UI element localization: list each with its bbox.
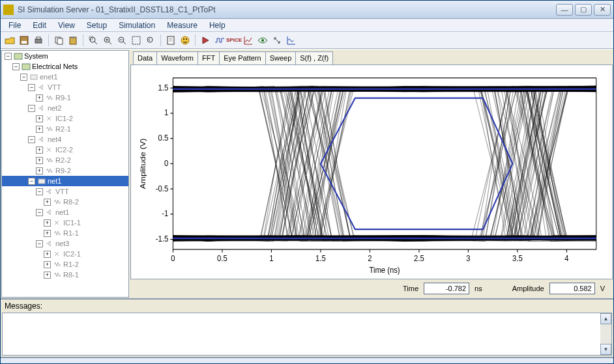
tree-item[interactable]: −net2 bbox=[2, 103, 128, 113]
tree-item[interactable]: +R1-2 bbox=[2, 259, 128, 270]
collapse-icon[interactable]: − bbox=[28, 136, 35, 143]
menu-simulation[interactable]: Simulation bbox=[113, 20, 160, 31]
expand-icon[interactable]: + bbox=[36, 147, 43, 154]
scroll-down-icon[interactable]: ▼ bbox=[600, 344, 611, 355]
svg-text:1: 1 bbox=[164, 108, 169, 118]
expand-icon[interactable]: + bbox=[44, 219, 51, 227]
pulse-icon[interactable] bbox=[213, 34, 226, 47]
wave-icon[interactable] bbox=[285, 34, 298, 47]
svg-point-25 bbox=[183, 38, 184, 40]
face-icon[interactable] bbox=[179, 34, 192, 47]
tree-item[interactable]: −net4 bbox=[2, 134, 128, 145]
expand-icon[interactable]: + bbox=[44, 251, 51, 258]
minimize-button[interactable]: — bbox=[556, 4, 573, 16]
menu-setup[interactable]: Setup bbox=[81, 20, 112, 31]
close-button[interactable]: ✕ bbox=[594, 4, 611, 16]
tree-item[interactable]: +R2-2 bbox=[2, 155, 128, 165]
tab-data[interactable]: Data bbox=[133, 51, 157, 64]
tree-item[interactable]: +R8-2 bbox=[2, 197, 128, 207]
tree-item[interactable]: −VTT bbox=[2, 186, 128, 197]
expand-icon[interactable]: + bbox=[36, 94, 43, 102]
collapse-icon[interactable]: − bbox=[20, 74, 27, 81]
tree-item-net1-selected[interactable]: −net1 bbox=[2, 176, 128, 186]
expand-icon[interactable]: + bbox=[44, 261, 51, 268]
tree-item[interactable]: +R1-1 bbox=[2, 228, 128, 238]
paste-icon[interactable] bbox=[66, 34, 80, 47]
zoom-out-icon[interactable] bbox=[115, 34, 128, 47]
expand-icon[interactable]: + bbox=[44, 199, 51, 206]
collapse-icon[interactable]: − bbox=[28, 84, 35, 91]
tree-item[interactable]: +R9-2 bbox=[2, 165, 128, 176]
page-icon[interactable] bbox=[164, 34, 177, 47]
svg-point-24 bbox=[181, 36, 189, 44]
messages-textarea[interactable]: ▲ ▼ bbox=[2, 313, 612, 356]
print-icon[interactable] bbox=[32, 34, 45, 47]
tab-sweep[interactable]: Sweep bbox=[266, 51, 297, 64]
tab-waveform[interactable]: Waveform bbox=[157, 51, 198, 64]
tree-item[interactable]: −net1 bbox=[2, 207, 128, 217]
tab-eye-pattern[interactable]: Eye Pattern bbox=[220, 51, 265, 64]
menu-edit[interactable]: Edit bbox=[27, 20, 51, 31]
scroll-up-icon[interactable]: ▲ bbox=[600, 313, 611, 324]
tab-sf-zf[interactable]: S(f) , Z(f) bbox=[296, 51, 333, 64]
run-icon[interactable] bbox=[199, 34, 212, 47]
svg-text:-1.5: -1.5 bbox=[156, 234, 169, 244]
tree-item[interactable]: +IC1-2 bbox=[2, 113, 128, 124]
tree-item-electrical-nets[interactable]: −Electrical Nets bbox=[2, 61, 128, 72]
expand-icon[interactable]: + bbox=[44, 230, 51, 237]
expand-icon[interactable]: + bbox=[36, 126, 43, 133]
expand-icon[interactable]: + bbox=[36, 157, 43, 164]
collapse-icon[interactable]: − bbox=[28, 178, 35, 185]
menu-help[interactable]: Help bbox=[204, 20, 231, 31]
collapse-icon[interactable]: − bbox=[5, 53, 12, 60]
menu-bar: File Edit View Setup Simulation Measure … bbox=[1, 19, 613, 32]
tree-item[interactable]: +IC1-1 bbox=[2, 217, 128, 228]
tree-item[interactable]: −VTT bbox=[2, 82, 128, 92]
zoom-in-icon[interactable] bbox=[101, 34, 114, 47]
expand-icon[interactable]: + bbox=[36, 167, 43, 175]
svg-rect-29 bbox=[22, 64, 30, 70]
tree-item[interactable]: +R8-1 bbox=[2, 270, 128, 280]
menu-view[interactable]: View bbox=[53, 20, 80, 31]
messages-header: Messages: bbox=[1, 300, 613, 313]
arrows-icon[interactable] bbox=[270, 34, 284, 47]
copy-icon[interactable] bbox=[52, 34, 65, 47]
collapse-icon[interactable]: − bbox=[36, 240, 43, 247]
spice-icon[interactable]: SPICE bbox=[227, 34, 241, 47]
collapse-icon[interactable]: − bbox=[36, 188, 43, 195]
svg-text:3: 3 bbox=[466, 253, 471, 263]
menu-measure[interactable]: Measure bbox=[162, 20, 203, 31]
tree-item[interactable]: −net3 bbox=[2, 238, 128, 249]
tree-item[interactable]: +IC2-1 bbox=[2, 249, 128, 259]
tree-item[interactable]: +R2-1 bbox=[2, 124, 128, 134]
open-icon[interactable] bbox=[3, 34, 16, 47]
chart-icon[interactable] bbox=[242, 34, 255, 47]
eye-diagram-plot[interactable]: 00.511.522.533.54-1.5-1-0.500.511.5Time … bbox=[136, 70, 604, 276]
amplitude-value-field[interactable] bbox=[549, 283, 595, 294]
collapse-icon[interactable]: − bbox=[28, 105, 35, 112]
svg-rect-3 bbox=[37, 37, 40, 39]
collapse-icon[interactable]: − bbox=[36, 209, 43, 216]
expand-icon[interactable]: + bbox=[36, 115, 43, 122]
menu-file[interactable]: File bbox=[3, 20, 26, 31]
tree-item[interactable]: +IC2-2 bbox=[2, 145, 128, 155]
expand-icon[interactable]: + bbox=[44, 272, 51, 279]
maximize-button[interactable]: ▢ bbox=[575, 4, 592, 16]
tab-fft[interactable]: FFT bbox=[198, 51, 220, 64]
toolbar-separator bbox=[83, 35, 83, 46]
tree-item[interactable]: +R9-1 bbox=[2, 92, 128, 103]
save-icon[interactable] bbox=[18, 34, 31, 47]
tree-panel[interactable]: −System −Electrical Nets −enet1 −VTT +R9… bbox=[1, 50, 129, 298]
eye-icon[interactable] bbox=[256, 34, 269, 47]
scrollbar-vertical[interactable]: ▲ ▼ bbox=[600, 313, 611, 355]
collapse-icon[interactable]: − bbox=[12, 63, 20, 70]
zoom-area-icon[interactable] bbox=[87, 34, 100, 47]
time-value-field[interactable] bbox=[424, 283, 469, 294]
zoom-fit-icon[interactable] bbox=[130, 34, 143, 47]
svg-rect-31 bbox=[38, 179, 45, 184]
zoom-prev-icon[interactable] bbox=[144, 34, 157, 47]
tree-item-system[interactable]: −System bbox=[2, 51, 128, 61]
svg-text:Time (ns): Time (ns) bbox=[369, 266, 400, 275]
svg-rect-5 bbox=[57, 38, 63, 44]
tree-item[interactable]: −enet1 bbox=[2, 72, 128, 82]
